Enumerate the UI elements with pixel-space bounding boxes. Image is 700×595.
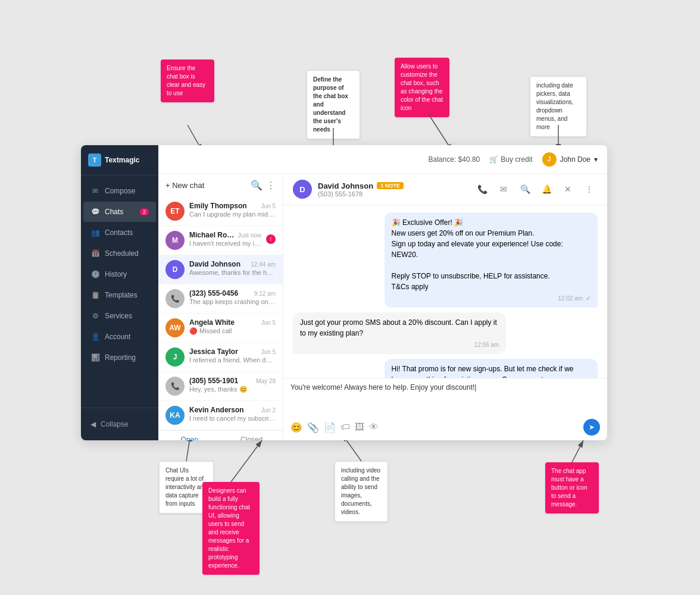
chat-info: (305) 555-1901 May 28 Hey, yes, thanks 😊 [189, 377, 276, 393]
sidebar-item-account[interactable]: 👤 Account [83, 327, 156, 347]
unread-badge: ! [266, 234, 276, 244]
chat-time: Jun 5 [261, 320, 276, 326]
chat-header-actions: 📞 ✉ 🔍 🔔 ✕ ⋮ [474, 181, 598, 198]
avatar: D [165, 260, 185, 279]
list-item[interactable]: KA Kevin Anderson Jun 2 I need to cancel… [158, 401, 283, 430]
chat-name: Jessica Taylor [189, 347, 238, 356]
list-item[interactable]: ET Emily Thompson Jun 5 Can I upgrade my… [158, 197, 283, 226]
topbar: Balance: $40.80 🛒 Buy credit J John Doe … [158, 145, 607, 174]
sidebar-item-templates[interactable]: 📋 Templates [83, 285, 156, 305]
cart-icon: 🛒 [489, 155, 498, 164]
account-icon: 👤 [90, 332, 100, 342]
send-button[interactable]: ➤ [583, 419, 600, 436]
annotation-6: Designers can build a fully functioning … [202, 482, 260, 575]
file-icon[interactable]: 📄 [324, 422, 336, 433]
chat-toolbar: 😊 📎 📄 🏷 🖼 👁 ➤ [290, 415, 600, 436]
chat-preview: I need to cancel my subscription. How do… [189, 415, 276, 422]
collapse-button[interactable]: ◀ Collapse [83, 415, 156, 433]
mute-icon[interactable]: 🔔 [538, 181, 555, 198]
more-icon[interactable]: ⋮ [266, 180, 276, 191]
logo-icon: T [88, 154, 101, 167]
sidebar-bottom: ◀ Collapse [81, 408, 158, 440]
email-icon[interactable]: ✉ [495, 181, 512, 198]
list-item[interactable]: AW Angela White Jun 5 🔴 Missed call [158, 314, 283, 343]
chat-preview: Awesome, thanks for the help! 👍 [189, 269, 276, 277]
message-bubble: Hi! That promo is for new sign-ups. But … [385, 359, 598, 378]
sidebar-item-scheduled[interactable]: 📅 Scheduled [83, 243, 156, 264]
list-item[interactable]: D David Johnson 12:44 am Awesome, thanks… [158, 255, 283, 284]
emoji-icon[interactable]: 😊 [290, 422, 302, 433]
new-chat-button[interactable]: + New chat [165, 181, 204, 190]
list-item[interactable]: 📞 (305) 555-1901 May 28 Hey, yes, thanks… [158, 372, 283, 401]
tag-icon[interactable]: 🏷 [340, 422, 350, 433]
eye-icon[interactable]: 👁 [369, 422, 379, 433]
sidebar-item-label: History [105, 270, 127, 278]
image-icon[interactable]: 🖼 [355, 422, 364, 433]
annotation-4: including date pickers, data visualizati… [530, 76, 587, 137]
sidebar-item-history[interactable]: 🕐 History [83, 264, 156, 284]
sidebar-item-compose[interactable]: ✉ Compose [83, 181, 156, 201]
chat-preview: Hey, yes, thanks 😊 [189, 386, 276, 393]
annotation-7: including video calling and the ability … [335, 461, 388, 522]
message-bubble: 🎉 Exclusive Offer! 🎉 New users get 20% o… [385, 212, 598, 308]
compose-icon: ✉ [90, 186, 100, 196]
chat-name: Michael Rodriguez [189, 231, 238, 239]
phone-icon[interactable]: 📞 [474, 181, 490, 198]
sidebar-logo: T Textmagic [81, 145, 158, 176]
attachment-icon[interactable]: 📎 [307, 422, 319, 433]
message-text: Just got your promo SMS about a 20% disc… [300, 317, 499, 339]
sidebar-item-reporting[interactable]: 📊 Reporting [83, 347, 156, 368]
buy-credit-button[interactable]: 🛒 Buy credit [489, 155, 532, 164]
message-text: 🎉 Exclusive Offer! 🎉 New users get 20% o… [392, 217, 590, 292]
sidebar-item-label: Compose [105, 187, 135, 195]
close-icon[interactable]: ✕ [560, 181, 576, 198]
more-icon[interactable]: ⋮ [581, 181, 598, 198]
svg-line-6 [231, 440, 262, 482]
sidebar-item-services[interactable]: ⚙ Services [83, 306, 156, 326]
chat-time: 9:12 am [254, 290, 276, 297]
chat-preview: The app keeps crashing on my phone... [189, 298, 276, 305]
annotation-2: Define the purpose of the chat box and u… [307, 70, 360, 139]
search-icon[interactable]: 🔍 [251, 180, 262, 191]
sidebar-item-label: Contacts [105, 228, 133, 237]
chat-input-area: You're welcome! Always here to help. Enj… [283, 378, 607, 440]
avatar: AW [165, 318, 185, 337]
annotation-8: The chat app must have a button or icon … [545, 462, 599, 513]
user-menu[interactable]: J John Doe ▾ [542, 152, 598, 167]
tab-closed[interactable]: Closed [221, 431, 283, 440]
list-item[interactable]: 📞 (323) 555-0456 9:12 am The app keeps c… [158, 284, 283, 314]
app-window: T Textmagic ✉ Compose 💬 Chats 2 👥 Contac… [81, 145, 607, 440]
contacts-icon: 👥 [90, 228, 100, 237]
sidebar: T Textmagic ✉ Compose 💬 Chats 2 👥 Contac… [81, 145, 158, 440]
sidebar-nav: ✉ Compose 💬 Chats 2 👥 Contacts 📅 Schedul… [81, 176, 158, 408]
sidebar-item-label: Chats [105, 208, 123, 216]
messages-area: 🎉 Exclusive Offer! 🎉 New users get 20% o… [283, 205, 607, 378]
message-text: Hi! That promo is for new sign-ups. But … [392, 364, 590, 378]
chat-tabs: Open Closed [158, 430, 283, 440]
list-item[interactable]: J Jessica Taylor Jun 5 I referred a frie… [158, 343, 283, 372]
search-icon[interactable]: 🔍 [517, 181, 533, 198]
chat-area: D David Johnson 1 NOTE (503) 555-1678 📞 … [283, 174, 607, 440]
list-item[interactable]: M Michael Rodriguez Just now I haven't r… [158, 226, 283, 255]
chat-name: (323) 555-0456 [189, 289, 238, 298]
chat-header-avatar: D [293, 180, 312, 199]
chat-time: May 28 [256, 378, 276, 384]
avatar: 📞 [165, 289, 185, 308]
avatar: 📞 [165, 377, 185, 396]
logo-text: Textmagic [105, 156, 139, 164]
new-chat-label: + New chat [165, 181, 204, 190]
message-time: 12:06 am [300, 340, 499, 349]
chat-list-panel: + New chat 🔍 ⋮ ET Emily Thompson Jun 5 [158, 174, 283, 440]
tab-open[interactable]: Open [158, 431, 221, 440]
sidebar-item-chats[interactable]: 💬 Chats 2 [83, 202, 156, 222]
chat-header-info: David Johnson 1 NOTE (503) 555-1678 [318, 181, 468, 198]
message-input[interactable]: You're welcome! Always here to help. Enj… [290, 383, 600, 413]
svg-line-8 [572, 440, 583, 462]
sidebar-item-label: Templates [105, 291, 138, 299]
chat-preview: 🔴 Missed call [189, 327, 276, 335]
chat-info: David Johnson 12:44 am Awesome, thanks f… [189, 260, 276, 277]
chat-name: Emily Thompson [189, 202, 247, 210]
sidebar-item-contacts[interactable]: 👥 Contacts [83, 223, 156, 243]
chat-header-phone: (503) 555-1678 [318, 190, 468, 198]
chat-name: (305) 555-1901 [189, 377, 238, 385]
